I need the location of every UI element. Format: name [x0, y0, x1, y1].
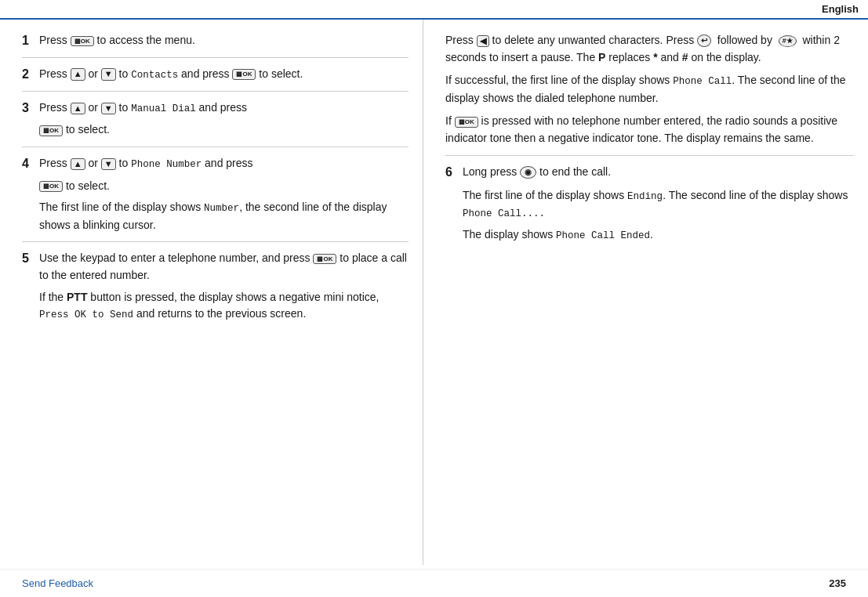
step-2-text: Press ▲ or ▼ to Contacts and press ▩OK t…: [39, 66, 409, 83]
header: English: [0, 0, 868, 20]
phone-call-ended-code: Phone Call Ended: [556, 230, 650, 241]
step-1-text: Press ▩OK to access the menu.: [39, 32, 409, 49]
step-5-content: Use the keypad to enter a telephone numb…: [39, 250, 409, 323]
arrow-up-icon-4: ▲: [71, 158, 85, 170]
ok-button-icon-4: ▩OK: [39, 181, 63, 192]
step-6-description-1: The first line of the display shows Endi…: [463, 187, 854, 223]
step-5-text: Use the keypad to enter a telephone numb…: [39, 250, 409, 284]
arrow-up-icon-3: ▲: [71, 103, 85, 114]
step-3: 3 Press ▲ or ▼ to Manual Dial and press …: [22, 100, 409, 147]
footer: Send Feedback 235: [0, 569, 868, 597]
or-label-2: or: [88, 67, 97, 80]
step-4-description: The first line of the display shows Numb…: [39, 199, 409, 233]
ok-button-icon: ▩OK: [71, 36, 94, 47]
number-code: Number: [204, 203, 239, 214]
arrow-down-icon: ▼: [101, 68, 116, 80]
ending-code: Ending: [627, 191, 663, 202]
step-5: 5 Use the keypad to enter a telephone nu…: [22, 250, 409, 331]
phone-call-code: Phone Call: [673, 76, 732, 87]
language-label: English: [822, 3, 859, 15]
step-4-content: Press ▲ or ▼ to Phone Number and press ▩…: [39, 155, 409, 233]
step-2-content: Press ▲ or ▼ to Contacts and press ▩OK t…: [39, 66, 409, 83]
right-top-section: Press ◀ to delete any unwanted character…: [445, 32, 854, 156]
step-3-text: Press ▲ or ▼ to Manual Dial and press: [39, 100, 409, 117]
arrow-up-icon: ▲: [71, 68, 85, 80]
back-button-icon: ↩: [697, 34, 711, 47]
manual-dial-code: Manual Dial: [131, 103, 196, 114]
step-4-number: 4: [22, 155, 39, 233]
ok-button-icon-right: ▩OK: [455, 117, 478, 128]
phone-number-code: Phone Number: [131, 159, 202, 170]
step-5-description: If the PTT button is pressed, the displa…: [39, 289, 409, 324]
press-ok-code: Press OK to Send: [39, 309, 133, 320]
step-2-number: 2: [22, 66, 39, 83]
step-6-number: 6: [445, 164, 463, 244]
right-top-p2: If successful, the first line of the dis…: [445, 72, 854, 107]
step-1-number: 1: [22, 32, 39, 49]
page-number: 235: [829, 577, 846, 589]
ptt-label: PTT: [67, 291, 87, 303]
step-6-content: Long press ◉ to end the call. The first …: [463, 164, 854, 244]
phone-call-dots-code: Phone Call....: [463, 208, 545, 219]
step-1: 1 Press ▩OK to access the menu.: [22, 32, 409, 58]
right-top-p1: Press ◀ to delete any unwanted character…: [445, 32, 854, 66]
step-6-description-2: The display shows Phone Call Ended.: [463, 226, 854, 244]
or-label-3: or: [88, 101, 97, 114]
step-6-text: Long press ◉ to end the call.: [463, 164, 854, 181]
step-3-content: Press ▲ or ▼ to Manual Dial and press ▩O…: [39, 100, 409, 139]
left-column: 1 Press ▩OK to access the menu. 2 Press …: [0, 20, 423, 565]
contacts-code: Contacts: [131, 70, 178, 81]
main-content: 1 Press ▩OK to access the menu. 2 Press …: [0, 20, 868, 565]
arrow-left-icon: ◀: [477, 35, 489, 47]
step-2: 2 Press ▲ or ▼ to Contacts and press ▩OK…: [22, 66, 409, 92]
send-feedback-link[interactable]: Send Feedback: [22, 577, 93, 589]
step-6: 6 Long press ◉ to end the call. The firs…: [445, 164, 854, 252]
step-3-text-2: ▩OK to select.: [39, 121, 409, 139]
ptt-button-icon: ◉: [520, 166, 536, 179]
ok-button-icon-2: ▩OK: [232, 69, 256, 80]
step-4-text-2: ▩OK to select.: [39, 178, 409, 195]
ok-button-icon-3: ▩OK: [39, 125, 63, 136]
arrow-down-icon-3: ▼: [101, 103, 116, 114]
step-4-text: Press ▲ or ▼ to Phone Number and press: [39, 155, 409, 172]
right-column: Press ◀ to delete any unwanted character…: [423, 20, 868, 565]
hash-button-icon: #★: [779, 35, 797, 47]
step-5-number: 5: [22, 250, 39, 323]
step-1-content: Press ▩OK to access the menu.: [39, 32, 409, 49]
step-3-number: 3: [22, 100, 39, 139]
ok-button-icon-5: ▩OK: [313, 254, 336, 265]
arrow-down-icon-4: ▼: [101, 158, 116, 170]
step-4: 4 Press ▲ or ▼ to Phone Number and press…: [22, 155, 409, 242]
or-label-4: or: [88, 157, 97, 169]
right-top-p3: If ▩OK is pressed with no telephone numb…: [445, 113, 854, 147]
